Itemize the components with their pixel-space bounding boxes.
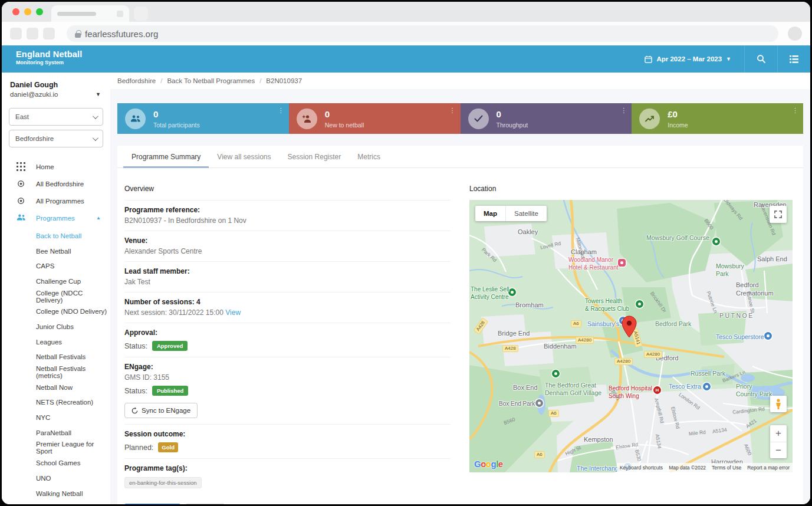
sidebar-programme-item[interactable]: Challenge Cup [2, 274, 110, 289]
fullscreen-button[interactable] [770, 206, 787, 223]
forward-button[interactable] [27, 28, 38, 40]
tab[interactable]: Programme Summary [123, 146, 209, 167]
google-map[interactable]: RavensdenOakleyClaphamMowsbury Golf Cour… [469, 200, 793, 472]
satellite-view-button[interactable]: Satellite [505, 206, 547, 221]
tab[interactable]: Metrics [349, 146, 389, 167]
sidebar-programme-item[interactable]: Premier League for Sport [2, 441, 110, 456]
gms-id: GMS ID: 3155 [124, 373, 451, 382]
browser-tab-strip [2, 2, 810, 22]
kebab-menu-icon[interactable]: ⋮ [792, 107, 798, 114]
maximize-window-button[interactable] [36, 8, 43, 15]
sidebar-item-home[interactable]: Home [2, 158, 110, 175]
back-button[interactable] [10, 28, 22, 40]
view-session-link[interactable]: View [225, 308, 241, 317]
chevron-down-icon [93, 113, 98, 119]
area-select[interactable]: Bedfordshire [9, 130, 103, 147]
tab-close-button[interactable] [117, 11, 123, 17]
area-select-value: Bedfordshire [15, 135, 54, 142]
edit-details-button[interactable]: Edit Details [124, 504, 180, 504]
address-bar[interactable]: fearlessfutures.org [67, 25, 778, 42]
sidebar-programme-item[interactable]: School Games [2, 455, 110, 471]
map-poi-marker [764, 332, 772, 340]
sidebar-programme-item[interactable]: Back to Netball [2, 228, 110, 244]
tab-title-placeholder [57, 12, 96, 16]
sidebar-programme-item[interactable]: Netball Festivals [2, 350, 110, 365]
kebab-menu-icon[interactable]: ⋮ [620, 107, 627, 114]
sidebar-programme-item[interactable]: Junior Clubs [2, 319, 110, 334]
stat-label: Total participants [153, 121, 200, 129]
sidebar-item-all-bedfordshire[interactable]: All Bedfordshire [2, 175, 110, 192]
page-scroll-area[interactable]: 0 Total participants ⋮ 0 New to netball … [110, 89, 810, 504]
region-select[interactable]: East [9, 108, 103, 126]
zoom-in-button[interactable]: + [770, 425, 787, 442]
sidebar-programme-item[interactable]: College (NDCC Delivery) [2, 289, 110, 304]
programme-tag: en-banking-for-this-session [124, 477, 202, 488]
programmes-subnav: Back to NetballBee NetballCAPSChallenge … [2, 228, 110, 501]
kebab-menu-icon[interactable]: ⋮ [449, 107, 456, 114]
close-window-button[interactable] [12, 8, 19, 15]
new-tab-button[interactable] [134, 6, 148, 21]
browser-profile-avatar[interactable] [788, 27, 802, 41]
map-poi-marker [618, 259, 626, 267]
browser-window: fearlessfutures.org England Netball Moni… [2, 2, 810, 504]
sidebar-programme-item[interactable]: Walking Netball [2, 486, 110, 501]
map-type-control: Map Satellite [475, 206, 547, 221]
date-range-text: Apr 2022 – Mar 2023 [656, 55, 722, 63]
field-label: Programme reference: [124, 206, 451, 214]
user-block[interactable]: Daniel Gough daniel@azuki.io ▼ [2, 73, 110, 104]
sidebar-item-programmes[interactable]: Programmes ▲ [2, 209, 110, 226]
field-label: Venue: [124, 236, 451, 245]
app-header: England Netball Monitoring System Apr 20… [2, 45, 810, 73]
sidebar-item-label: Home [36, 163, 54, 170]
sidebar-programme-item[interactable]: NETS (Recreation) [2, 395, 110, 410]
sidebar-programme-item[interactable]: ParaNetball [2, 425, 110, 441]
zoom-out-button[interactable]: − [770, 442, 787, 458]
sidebar-programme-item[interactable]: Netball Now [2, 380, 110, 395]
grid-icon [17, 162, 26, 172]
map-label: A4280 [576, 337, 594, 344]
browser-toolbar: fearlessfutures.org [2, 22, 810, 45]
map-label: Sainsbury's [587, 320, 619, 328]
pegman-control[interactable] [770, 396, 787, 412]
kebab-menu-icon[interactable]: ⋮ [278, 107, 284, 114]
search-button[interactable] [744, 45, 777, 73]
date-range-selector[interactable]: Apr 2022 – Mar 2023 ▼ [632, 45, 744, 73]
sidebar-programme-item[interactable]: NYC [2, 410, 110, 425]
map-label: The Leslie Sell Activity Centre [471, 286, 509, 301]
breadcrumb-item[interactable]: Back To Netball Programmes [162, 77, 259, 84]
map-attribution-item[interactable]: Keyboard shortcuts [617, 463, 666, 472]
sidebar-programme-item[interactable]: UNO [2, 471, 110, 486]
tab[interactable]: View all sessions [209, 146, 279, 167]
sidebar-programme-item[interactable]: Netball Festivals (metrics) [2, 364, 110, 380]
map-attribution-item[interactable]: Terms of Use [709, 463, 744, 472]
stat-value: 0 [325, 110, 364, 120]
list-view-button[interactable] [777, 45, 810, 73]
google-logo: Google [474, 459, 503, 469]
field-label: Number of sessions: 4 [124, 298, 451, 306]
sidebar-programme-item[interactable]: CAPS [2, 258, 110, 274]
planned-label: Planned: [124, 443, 153, 452]
map-view-button[interactable]: Map [475, 206, 505, 221]
field-value: Jak Test [124, 278, 451, 286]
sidebar-programme-item[interactable]: Bee Netball [2, 244, 110, 259]
map-label: Box End [513, 384, 538, 392]
minimize-window-button[interactable] [24, 8, 31, 15]
stat-card-income: £0 Income ⋮ [632, 103, 803, 134]
stat-value: 0 [153, 110, 200, 120]
sidebar-item-all-programmes[interactable]: All Programmes [2, 192, 110, 209]
map-attribution-item[interactable]: Map data ©2022 [666, 463, 709, 472]
sync-to-engage-button[interactable]: Sync to ENgage [124, 403, 198, 418]
reload-button[interactable] [43, 28, 55, 40]
sidebar-programme-item[interactable]: College (NDO Delivery) [2, 304, 110, 319]
browser-tab[interactable] [51, 5, 129, 22]
map-label: Tesco Superstore [716, 333, 764, 341]
sidebar-programme-item[interactable]: Leagues [2, 334, 110, 350]
metrics-button[interactable]: Metrics [185, 504, 225, 504]
breadcrumb-item[interactable]: Bedfordshire [113, 77, 160, 84]
breadcrumb-item[interactable]: B2N010937 [261, 77, 307, 84]
map-label: Mowsbury Golf Course [646, 234, 709, 242]
user-menu-caret-icon[interactable]: ▼ [96, 91, 101, 97]
tab[interactable]: Session Register [280, 146, 350, 167]
field-venue: Venue: Alexander Sports Centre [124, 231, 451, 261]
map-attribution-item[interactable]: Report a map error [744, 463, 793, 472]
